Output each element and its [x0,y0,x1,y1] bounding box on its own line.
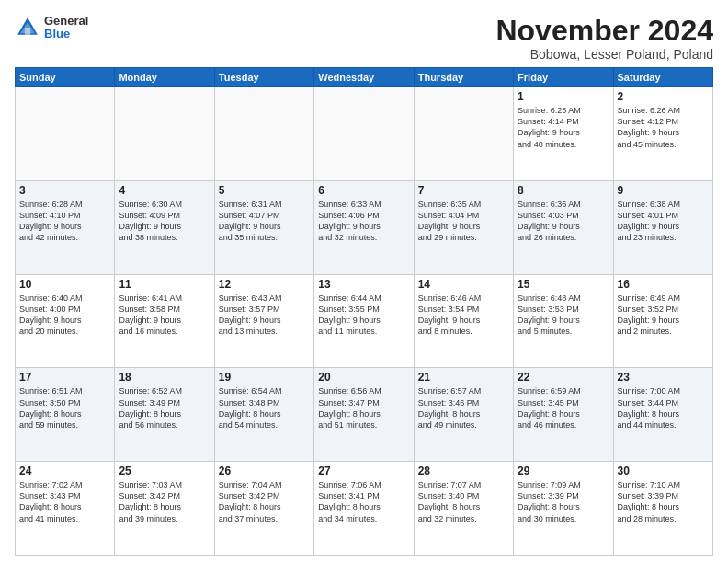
day-info: Sunrise: 6:51 AM Sunset: 3:50 PM Dayligh… [19,385,110,431]
day-number: 5 [219,184,310,197]
logo-text: General Blue [44,15,88,41]
table-row [414,87,513,181]
day-number: 6 [318,184,409,197]
table-row: 14Sunrise: 6:46 AM Sunset: 3:54 PM Dayli… [414,274,513,368]
day-info: Sunrise: 6:35 AM Sunset: 4:04 PM Dayligh… [418,199,509,244]
col-wednesday: Wednesday [314,68,414,87]
day-number: 17 [19,371,110,384]
day-number: 26 [219,465,310,477]
day-info: Sunrise: 6:31 AM Sunset: 4:07 PM Dayligh… [219,199,310,244]
day-number: 13 [318,278,409,291]
day-number: 27 [318,465,409,477]
day-number: 23 [618,371,709,384]
col-tuesday: Tuesday [214,68,313,87]
table-row [16,87,115,181]
calendar-week-row: 3Sunrise: 6:28 AM Sunset: 4:10 PM Daylig… [16,180,713,274]
table-row: 20Sunrise: 6:56 AM Sunset: 3:47 PM Dayli… [314,368,414,462]
svg-rect-2 [25,28,30,35]
day-number: 29 [518,465,609,477]
day-number: 1 [518,90,609,103]
day-info: Sunrise: 6:56 AM Sunset: 3:47 PM Dayligh… [318,385,409,431]
logo: General Blue [15,15,88,41]
day-number: 7 [418,184,509,197]
table-row: 2Sunrise: 6:26 AM Sunset: 4:12 PM Daylig… [613,87,712,181]
day-info: Sunrise: 6:43 AM Sunset: 3:57 PM Dayligh… [219,293,310,338]
day-info: Sunrise: 6:48 AM Sunset: 3:53 PM Dayligh… [518,293,609,338]
table-row: 25Sunrise: 7:03 AM Sunset: 3:42 PM Dayli… [115,462,214,556]
calendar-week-row: 10Sunrise: 6:40 AM Sunset: 4:00 PM Dayli… [16,274,713,368]
day-info: Sunrise: 6:33 AM Sunset: 4:06 PM Dayligh… [318,199,409,244]
table-row: 16Sunrise: 6:49 AM Sunset: 3:52 PM Dayli… [613,274,712,368]
title-block: November 2024 Bobowa, Lesser Poland, Pol… [495,15,713,62]
col-sunday: Sunday [16,68,115,87]
day-info: Sunrise: 7:03 AM Sunset: 3:42 PM Dayligh… [119,479,210,524]
table-row [214,87,313,181]
table-row: 26Sunrise: 7:04 AM Sunset: 3:42 PM Dayli… [214,462,313,556]
page: General Blue November 2024 Bobowa, Lesse… [0,0,728,563]
table-row: 6Sunrise: 6:33 AM Sunset: 4:06 PM Daylig… [314,180,414,274]
table-row [115,87,214,181]
table-row: 29Sunrise: 7:09 AM Sunset: 3:39 PM Dayli… [514,462,613,556]
table-row: 21Sunrise: 6:57 AM Sunset: 3:46 PM Dayli… [414,368,513,462]
col-thursday: Thursday [414,68,513,87]
day-number: 24 [19,465,110,477]
day-number: 18 [119,371,210,384]
table-row: 19Sunrise: 6:54 AM Sunset: 3:48 PM Dayli… [214,368,313,462]
day-number: 12 [219,278,310,291]
day-number: 15 [518,278,609,291]
day-info: Sunrise: 7:10 AM Sunset: 3:39 PM Dayligh… [618,479,709,524]
col-saturday: Saturday [613,68,712,87]
table-row: 18Sunrise: 6:52 AM Sunset: 3:49 PM Dayli… [115,368,214,462]
day-number: 14 [418,278,509,291]
logo-icon [15,15,40,40]
day-info: Sunrise: 6:30 AM Sunset: 4:09 PM Dayligh… [119,199,210,244]
table-row: 13Sunrise: 6:44 AM Sunset: 3:55 PM Dayli… [314,274,414,368]
day-info: Sunrise: 7:09 AM Sunset: 3:39 PM Dayligh… [518,479,609,524]
day-info: Sunrise: 6:28 AM Sunset: 4:10 PM Dayligh… [19,199,110,244]
day-number: 3 [19,184,110,197]
day-number: 10 [19,278,110,291]
header: General Blue November 2024 Bobowa, Lesse… [15,15,713,62]
day-number: 30 [618,465,709,477]
table-row: 12Sunrise: 6:43 AM Sunset: 3:57 PM Dayli… [214,274,313,368]
col-friday: Friday [514,68,613,87]
day-info: Sunrise: 6:46 AM Sunset: 3:54 PM Dayligh… [418,293,509,338]
day-info: Sunrise: 6:41 AM Sunset: 3:58 PM Dayligh… [119,293,210,338]
calendar-week-row: 24Sunrise: 7:02 AM Sunset: 3:43 PM Dayli… [16,462,713,556]
day-info: Sunrise: 6:54 AM Sunset: 3:48 PM Dayligh… [219,385,310,431]
day-number: 2 [618,90,709,103]
day-info: Sunrise: 6:40 AM Sunset: 4:00 PM Dayligh… [19,293,110,338]
table-row: 10Sunrise: 6:40 AM Sunset: 4:00 PM Dayli… [16,274,115,368]
day-number: 22 [518,371,609,384]
calendar-week-row: 1Sunrise: 6:25 AM Sunset: 4:14 PM Daylig… [16,87,713,181]
day-info: Sunrise: 6:36 AM Sunset: 4:03 PM Dayligh… [518,199,609,244]
day-info: Sunrise: 7:02 AM Sunset: 3:43 PM Dayligh… [19,479,110,524]
day-info: Sunrise: 6:38 AM Sunset: 4:01 PM Dayligh… [618,199,709,244]
day-info: Sunrise: 6:52 AM Sunset: 3:49 PM Dayligh… [119,385,210,431]
logo-blue: Blue [44,28,88,40]
table-row: 24Sunrise: 7:02 AM Sunset: 3:43 PM Dayli… [16,462,115,556]
day-info: Sunrise: 6:57 AM Sunset: 3:46 PM Dayligh… [418,385,509,431]
table-row: 22Sunrise: 6:59 AM Sunset: 3:45 PM Dayli… [514,368,613,462]
calendar-table: Sunday Monday Tuesday Wednesday Thursday… [15,67,713,556]
table-row: 8Sunrise: 6:36 AM Sunset: 4:03 PM Daylig… [514,180,613,274]
day-info: Sunrise: 6:44 AM Sunset: 3:55 PM Dayligh… [318,293,409,338]
day-info: Sunrise: 7:06 AM Sunset: 3:41 PM Dayligh… [318,479,409,524]
table-row: 1Sunrise: 6:25 AM Sunset: 4:14 PM Daylig… [514,87,613,181]
table-row: 5Sunrise: 6:31 AM Sunset: 4:07 PM Daylig… [214,180,313,274]
col-monday: Monday [115,68,214,87]
table-row: 11Sunrise: 6:41 AM Sunset: 3:58 PM Dayli… [115,274,214,368]
day-info: Sunrise: 6:59 AM Sunset: 3:45 PM Dayligh… [518,385,609,431]
day-number: 4 [119,184,210,197]
day-number: 19 [219,371,310,384]
location: Bobowa, Lesser Poland, Poland [495,47,713,62]
calendar-header-row: Sunday Monday Tuesday Wednesday Thursday… [16,68,713,87]
table-row: 23Sunrise: 7:00 AM Sunset: 3:44 PM Dayli… [613,368,712,462]
table-row: 3Sunrise: 6:28 AM Sunset: 4:10 PM Daylig… [16,180,115,274]
day-number: 11 [119,278,210,291]
table-row [314,87,414,181]
calendar-week-row: 17Sunrise: 6:51 AM Sunset: 3:50 PM Dayli… [16,368,713,462]
table-row: 15Sunrise: 6:48 AM Sunset: 3:53 PM Dayli… [514,274,613,368]
table-row: 7Sunrise: 6:35 AM Sunset: 4:04 PM Daylig… [414,180,513,274]
day-info: Sunrise: 7:04 AM Sunset: 3:42 PM Dayligh… [219,479,310,524]
